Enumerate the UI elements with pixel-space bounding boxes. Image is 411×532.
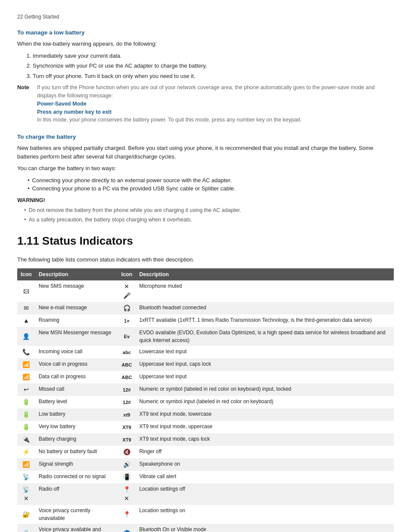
icon-cell-right: 🔵 (118, 524, 136, 532)
desc-cell-right: Location settings off (136, 483, 394, 505)
desc-cell-left: Signal strength (35, 458, 118, 471)
icon-cell-right: Ev (118, 327, 136, 346)
icon-cell-left: ↩ (17, 383, 35, 396)
table-intro: The following table lists common status … (17, 255, 394, 264)
desc-cell-right: Location settings on (136, 505, 394, 524)
note-power-saved: Power-Saved Mode (37, 100, 394, 108)
col1-desc-header: Description (35, 268, 118, 281)
step-2: Synchronize with your PC or use the AC a… (33, 62, 394, 70)
icon-cell-right: 12# (118, 396, 136, 408)
warning-block: WARNING! Do not remove the battery from … (17, 196, 394, 224)
col1-icon-header: Icon (17, 268, 35, 281)
table-row: 📶Signal strength🔊Speakerphone on (17, 458, 394, 471)
desc-cell-left: Voice privacy currently unavailable (35, 505, 118, 524)
desc-cell-right: Numeric or symbol (labeled in red color … (136, 383, 394, 396)
desc-cell-left: Voice call in progress (35, 358, 118, 371)
table-row: 🔐Voice privacy currently unavailable📍Loc… (17, 505, 394, 524)
warning-label: WARNING! (17, 196, 394, 205)
icon-cell-right: ABC (118, 358, 136, 371)
desc-cell-left: Battery charging (35, 433, 118, 446)
desc-cell-right: XT9 text input mode, caps lock (136, 433, 394, 446)
icon-cell-left: ⚡ (17, 446, 35, 458)
desc-cell-right: Bluetooth On or Visible mode (136, 524, 394, 532)
table-row: 🔋Low batteryxt9XT9 text input mode, lowe… (17, 408, 394, 421)
desc-cell-left: Radio connected or no signal (35, 471, 118, 483)
note-content: If you turn off the Phone function when … (37, 84, 394, 124)
desc-cell-left: New MSN Messenger message (35, 327, 118, 346)
desc-cell-right: Microphone muted (136, 280, 394, 302)
table-row: 🔌Battery chargingXT9XT9 text input mode,… (17, 433, 394, 446)
note-block: Note If you turn off the Phone function … (17, 84, 394, 124)
note-press-key: Press any number key to exit (37, 108, 394, 116)
icon-cell-right: 12# (118, 383, 136, 396)
section1-intro: When the low-battery warning appears, do… (17, 40, 394, 48)
icon-cell-right: XT9 (118, 421, 136, 433)
desc-cell-left: Low battery (35, 408, 118, 421)
table-row: 📡Radio connected or no signal📳Vibrate ca… (17, 471, 394, 483)
desc-cell-left: Radio off (35, 483, 118, 505)
icon-cell-left: 📶 (17, 458, 35, 471)
table-row: ✉New e-mail message🎧Bluetooth headset co… (17, 302, 394, 314)
desc-cell-right: Vibrate call alert (136, 471, 394, 483)
warning-1: Do not remove the battery from the phone… (24, 206, 394, 215)
desc-cell-right: 1xRTT available (1xRTT, 1 times Radio Tr… (136, 314, 394, 327)
icon-cell-left: 📶 (17, 371, 35, 383)
section2-para2: You can charge the battery in two ways: (17, 164, 394, 173)
icon-cell-right: ABC (118, 371, 136, 383)
charge-method-1: Connecting your phone directly to an ext… (28, 176, 394, 185)
icon-cell-right: 📍 (118, 505, 136, 524)
desc-cell-left: Incoming voice call (35, 346, 118, 358)
charge-methods: Connecting your phone directly to an ext… (28, 176, 394, 193)
icon-cell-left: 🔋 (17, 396, 35, 408)
table-row: 📞Incoming voice callabcLowercase text in… (17, 346, 394, 358)
table-row: 📶Voice call in progressABCUppercase text… (17, 358, 394, 371)
desc-cell-left: No battery or battery fault (35, 446, 118, 458)
icon-cell-right: 1× (118, 314, 136, 327)
desc-cell-left: Data call in progress (35, 371, 118, 383)
desc-cell-right: Bluetooth headset connected (136, 302, 394, 314)
icon-cell-left: 🔐 (17, 505, 35, 524)
desc-cell-right: Uppercase text input (136, 371, 394, 383)
desc-cell-left: Missed call (35, 383, 118, 396)
section-manage-battery: To manage a low battery When the low-bat… (17, 28, 394, 124)
icon-cell-right: abc (118, 346, 136, 358)
table-row: 🖂New SMS message✕🎤Microphone muted (17, 280, 394, 302)
icon-cell-left: 📡 (17, 471, 35, 483)
desc-cell-left: New SMS message (35, 280, 118, 302)
icon-cell-right: 📳 (118, 471, 136, 483)
section-charge-battery: To charge the battery New batteries are … (17, 133, 394, 224)
warning-list: Do not remove the battery from the phone… (24, 206, 394, 224)
table-row: 🔓Voice privacy available and turned on🔵B… (17, 524, 394, 532)
icon-cell-left: 🔋 (17, 408, 35, 421)
step-1: Immediately save your current data. (33, 52, 394, 60)
desc-cell-left: New e-mail message (35, 302, 118, 314)
section-status-indicators: 1.11 Status Indicators The following tab… (17, 233, 394, 532)
icon-cell-right: 🔊 (118, 458, 136, 471)
step-3: Turn off your phone. Turn it back on onl… (33, 72, 394, 81)
table-row: 📡✕Radio off📍✕Location settings off (17, 483, 394, 505)
icon-cell-left: ✉ (17, 302, 35, 314)
desc-cell-right: EVDO available (EVDO, Evolution Data Opt… (136, 327, 394, 346)
desc-cell-right: Ringer off (136, 446, 394, 458)
warning-2: As a safety precaution, the battery stop… (24, 216, 394, 224)
charge-method-2: Connecting your phone to a PC via the pr… (28, 184, 394, 193)
desc-cell-right: XT9 text input mode, lowercase (136, 408, 394, 421)
table-header-row: Icon Description Icon Description (17, 268, 394, 281)
desc-cell-right: Numeric or symbol input (labeled in red … (136, 396, 394, 408)
table-row: ↩Missed call12#Numeric or symbol (labele… (17, 383, 394, 396)
icon-cell-left: 🖂 (17, 280, 35, 302)
icon-cell-left: 🔌 (17, 433, 35, 446)
icon-cell-right: 📍✕ (118, 483, 136, 505)
icon-cell-left: 📞 (17, 346, 35, 358)
desc-cell-right: Lowercase text input (136, 346, 394, 358)
table-row: 🔋Very low batteryXT9XT9 text input mode,… (17, 421, 394, 433)
col2-icon-header: Icon (118, 268, 136, 281)
icon-cell-left: 📶 (17, 358, 35, 371)
status-table: Icon Description Icon Description 🖂New S… (17, 268, 394, 532)
note-mode-text: In this mode, your phone conserves the b… (37, 117, 302, 123)
section2-title: To charge the battery (17, 133, 394, 141)
desc-cell-left: Battery level (35, 396, 118, 408)
icon-cell-left: ▲ (17, 314, 35, 327)
icon-cell-left: 🔋 (17, 421, 35, 433)
icon-cell-right: ✕🎤 (118, 280, 136, 302)
